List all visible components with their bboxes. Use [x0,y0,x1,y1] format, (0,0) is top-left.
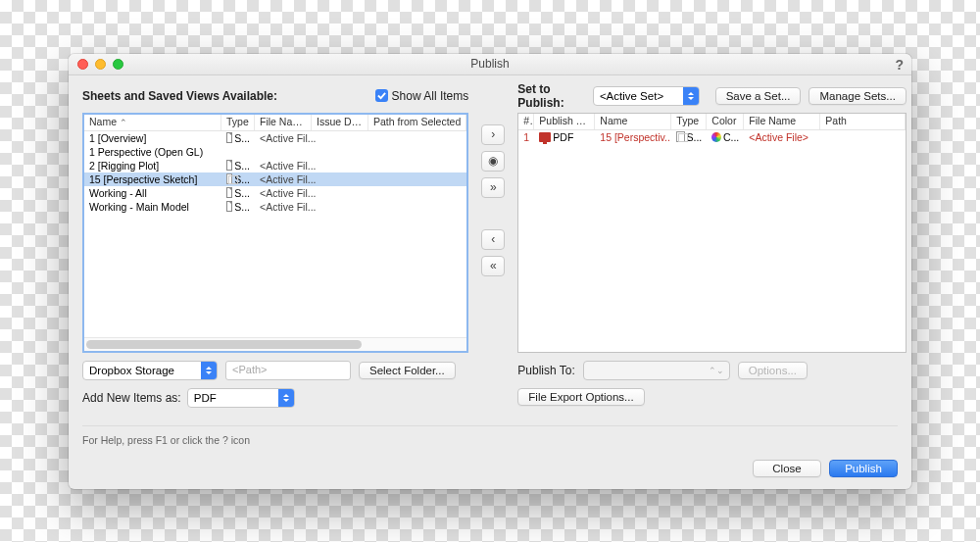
table-row[interactable]: 2 [Rigging Plot] S... <Active Fil... [84,159,466,172]
set-select[interactable]: <Active Set> [593,86,700,106]
move-all-right-button[interactable]: » [481,177,505,198]
preview-button[interactable]: ◉ [481,151,505,172]
available-heading: Sheets and Saved Views Available: [82,89,277,103]
help-hint: For Help, press F1 or click the ? icon [82,425,898,446]
doc-icon [226,201,232,212]
col-type[interactable]: Type [671,114,707,129]
col-name[interactable]: Name [595,114,671,129]
table-row[interactable]: Working - All S... <Active Fil... [84,186,466,200]
publish-to-select[interactable]: ⌃⌄ [583,361,730,380]
set-select-value: <Active Set> [600,90,663,102]
col-issue[interactable]: Issue Date [312,115,368,130]
chevron-updown-icon [201,362,217,379]
chevron-updown-icon [683,87,699,105]
col-num[interactable]: # [518,114,534,129]
move-right-button[interactable]: › [481,124,505,145]
col-name[interactable]: Name [84,115,221,130]
doc-icon [226,132,232,143]
publish-table[interactable]: # Publish To Name Type Color File Name P… [517,113,906,353]
col-file[interactable]: File Name [255,115,312,130]
publish-to-label: Publish To: [517,364,574,377]
available-table[interactable]: Name Type File Name Issue Date Path from… [82,113,468,353]
publish-button[interactable]: Publish [829,460,898,477]
doc-icon [226,187,232,198]
show-all-label: Show All Items [392,89,469,103]
show-all-checkbox[interactable] [375,89,388,102]
col-file[interactable]: File Name [744,114,820,129]
publish-dialog: Publish ? Sheets and Saved Views Availab… [69,54,911,489]
save-set-button[interactable]: Save a Set... [715,87,802,105]
sheet-icon [676,131,684,142]
move-all-left-button[interactable]: « [481,256,505,276]
col-publish-to[interactable]: Publish To [534,114,595,129]
titlebar[interactable]: Publish ? [69,54,911,75]
storage-select-value: Dropbox Storage [89,365,174,376]
sheet-icon [226,173,232,184]
file-export-options-button[interactable]: File Export Options... [517,388,644,406]
move-left-button[interactable]: ‹ [481,229,505,250]
col-type[interactable]: Type [221,115,255,130]
window-title: Publish [69,57,911,71]
add-new-select[interactable]: PDF [187,388,295,408]
close-button[interactable]: Close [753,460,821,477]
help-icon[interactable]: ? [895,57,904,73]
pdf-icon [539,132,551,142]
storage-select[interactable]: Dropbox Storage [82,361,218,380]
color-wheel-icon [711,132,721,142]
table-row[interactable]: 1 PDF 15 [Perspectiv... S... C... <Activ… [518,130,906,144]
doc-icon [226,160,232,171]
table-row[interactable]: 1 Perspective (Open GL) [84,145,466,159]
col-color[interactable]: Color [707,114,744,129]
select-folder-button[interactable]: Select Folder... [359,362,456,379]
manage-sets-button[interactable]: Manage Sets... [808,87,906,105]
add-new-label: Add New Items as: [82,391,181,405]
path-input[interactable]: <Path> [225,361,351,380]
set-to-publish-label: Set to Publish: [517,82,585,110]
h-scrollbar[interactable] [84,337,466,351]
table-row[interactable]: Working - Main Model S... <Active Fil... [84,200,466,214]
options-button[interactable]: Options... [738,362,808,379]
table-row[interactable]: 15 [Perspective Sketch] S... <Active Fil… [84,172,466,186]
add-new-value: PDF [194,392,217,404]
col-path[interactable]: Path from Selected [368,115,466,130]
chevron-updown-icon [278,389,294,407]
table-row[interactable]: 1 [Overview] S... <Active Fil... [84,131,466,145]
col-path[interactable]: Path [820,114,906,129]
